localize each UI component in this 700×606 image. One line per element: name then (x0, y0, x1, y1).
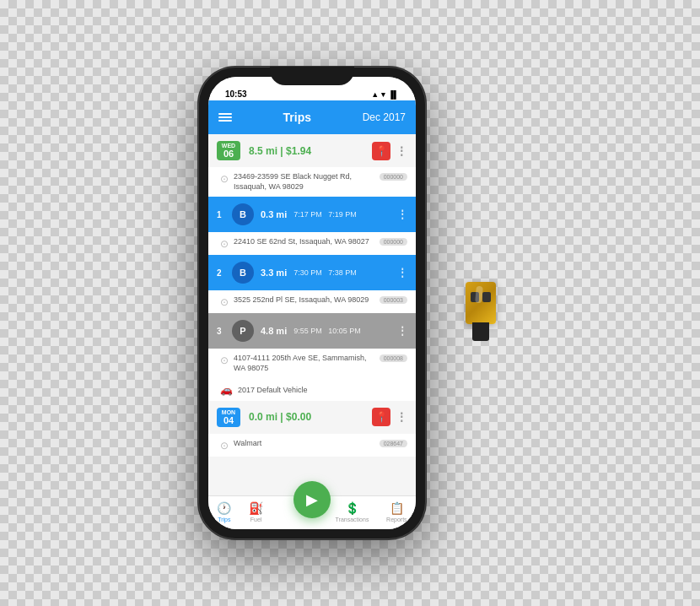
trip-row-3[interactable]: 3 P 4.8 mi 9:55 PM 10:05 PM ⋮ (208, 313, 416, 349)
location-pin-icon-4: ⊙ (220, 354, 229, 366)
day-num-mon: 04 (223, 415, 234, 425)
address-badge-4: 000008 (380, 354, 407, 362)
address-text-3: 3525 252nd Pl SE, Issaquah, WA 98029 (234, 295, 374, 306)
address-text-walmart: Walmart (234, 439, 374, 449)
location-pin-icon: ⊙ (220, 173, 229, 185)
wifi-icon: ▾ (381, 90, 385, 99)
day-section-mon: MON 04 0.0 mi | $0.00 📍 ⋮ ⊙ (208, 401, 416, 457)
notch (270, 67, 354, 85)
location-pin-icon-5: ⊙ (220, 440, 229, 452)
address-badge-walmart: 028647 (380, 440, 407, 447)
day-badge-mon: MON 04 (217, 408, 240, 427)
day2-summary: 0.0 mi | $0.00 (249, 411, 363, 423)
trip-num-1: 1 (217, 210, 225, 219)
trip-num-3: 3 (217, 327, 225, 336)
header-date: Dec 2017 (363, 111, 406, 123)
trip-more-3[interactable]: ⋮ (397, 325, 407, 337)
hamburger-menu[interactable] (218, 113, 232, 122)
trip-info-2: 3.3 mi 7:30 PM 7:38 PM (261, 268, 390, 278)
trip-avatar-3: P (232, 320, 254, 342)
day-header-wed: WED 06 8.5 mi | $1.94 📍 ⋮ (208, 134, 416, 167)
location-pin-icon-3: ⊙ (220, 296, 229, 308)
day-summary: 8.5 mi | $1.94 (249, 145, 363, 157)
address-text-2: 22410 SE 62nd St, Issaquah, WA 98027 (234, 237, 374, 247)
nav-reports[interactable]: 📋 Reports (386, 501, 407, 522)
map-icon[interactable]: 📍 (372, 142, 390, 160)
day-header-mon: MON 04 0.0 mi | $0.00 📍 ⋮ (208, 401, 416, 434)
dongle-body (466, 282, 496, 324)
address-badge-1: 000000 (380, 173, 407, 181)
nav-fuel[interactable]: ⛽ Fuel (249, 501, 263, 522)
nav-transactions-label: Transactions (336, 517, 369, 522)
trip-times-1: 7:17 PM 7:19 PM (293, 210, 357, 219)
trip-times-2: 7:30 PM 7:38 PM (293, 268, 357, 277)
address-row-1: ⊙ 23469-23599 SE Black Nugget Rd, Issaqu… (208, 167, 416, 197)
nav-reports-label: Reports (386, 517, 407, 522)
dongle-connector (472, 322, 489, 341)
trip-distance-1: 0.3 mi (261, 209, 287, 219)
trip-row-1[interactable]: 1 B 0.3 mi 7:17 PM 7:19 PM ⋮ (208, 197, 416, 232)
trip-distance-3: 4.8 mi (261, 326, 287, 336)
car-icon: 🚗 (220, 384, 233, 396)
day-num: 06 (223, 149, 234, 159)
trip-more-2[interactable]: ⋮ (397, 267, 407, 279)
bottom-nav: 🕐 Trips ⛽ Fuel ▶ 💲 Transactions 📋 Report… (208, 495, 416, 529)
trip-info-1: 0.3 mi 7:17 PM 7:19 PM (261, 209, 390, 219)
day-miles: 8.5 mi | $1.94 (249, 145, 311, 157)
day-badge-wed: WED 06 (217, 141, 240, 160)
vehicle-row: 🚗 2017 Default Vehicle (208, 379, 416, 401)
day-name: WED (222, 143, 235, 149)
trip-info-3: 4.8 mi 9:55 PM 10:05 PM (261, 326, 390, 336)
usb-dongle (460, 282, 502, 341)
trip-avatar-1: B (232, 203, 254, 225)
day2-header-icons: 📍 ⋮ (372, 408, 407, 426)
more-dots-2[interactable]: ⋮ (396, 410, 407, 424)
nav-fuel-label: Fuel (250, 517, 262, 522)
day-section-wed: WED 06 8.5 mi | $1.94 📍 ⋮ ⊙ (208, 134, 416, 401)
dongle-shine (475, 286, 483, 304)
header-title: Trips (283, 111, 311, 124)
trip-more-1[interactable]: ⋮ (397, 208, 407, 220)
battery-icon: ▐▌ (388, 90, 399, 99)
trip-row-2[interactable]: 2 B 3.3 mi 7:30 PM 7:38 PM ⋮ (208, 255, 416, 290)
transactions-icon: 💲 (345, 501, 359, 515)
nav-transactions[interactable]: 💲 Transactions (336, 501, 369, 522)
trips-icon: 🕐 (217, 501, 231, 515)
scroll-content: WED 06 8.5 mi | $1.94 📍 ⋮ ⊙ (208, 134, 416, 495)
address-row-3: ⊙ 3525 252nd Pl SE, Issaquah, WA 98029 0… (208, 290, 416, 313)
phone-screen: 10:53 ▲ ▾ ▐▌ Trips Dec 2017 (208, 77, 416, 529)
app-header: Trips Dec 2017 (208, 100, 416, 134)
trip-distance-2: 3.3 mi (261, 268, 287, 278)
fuel-icon: ⛽ (249, 501, 263, 515)
phone-shell: 10:53 ▲ ▾ ▐▌ Trips Dec 2017 (198, 67, 426, 539)
address-text-1: 23469-23599 SE Black Nugget Rd, Issaquah… (234, 172, 374, 192)
address-badge-2: 000000 (380, 238, 407, 246)
address-text-4: 4107-4111 205th Ave SE, Sammamish, WA 98… (234, 354, 374, 373)
signal-icon: ▲ (371, 90, 379, 99)
location-pin-icon-2: ⊙ (220, 238, 229, 250)
nav-trips[interactable]: 🕐 Trips (217, 501, 231, 522)
reports-icon: 📋 (390, 501, 404, 515)
day-name-mon: MON (222, 409, 235, 415)
address-row-2: ⊙ 22410 SE 62nd St, Issaquah, WA 98027 0… (208, 232, 416, 255)
address-row-4: ⊙ 4107-4111 205th Ave SE, Sammamish, WA … (208, 349, 416, 378)
play-button[interactable]: ▶ (293, 481, 331, 518)
status-icons: ▲ ▾ ▐▌ (371, 90, 399, 99)
trip-num-2: 2 (217, 268, 225, 278)
day-header-icons: 📍 ⋮ (372, 142, 407, 160)
day2-miles: 0.0 mi | $0.00 (249, 411, 311, 423)
map-icon-2[interactable]: 📍 (372, 408, 390, 426)
address-row-walmart: ⊙ Walmart 028647 (208, 434, 416, 457)
scene: 10:53 ▲ ▾ ▐▌ Trips Dec 2017 (198, 67, 502, 539)
status-time: 10:53 (225, 89, 247, 99)
vehicle-text: 2017 Default Vehicle (238, 386, 308, 394)
address-badge-3: 000003 (380, 296, 407, 304)
more-dots[interactable]: ⋮ (396, 144, 407, 158)
trip-times-3: 9:55 PM 10:05 PM (293, 327, 361, 335)
nav-trips-label: Trips (218, 517, 230, 522)
trip-avatar-2: B (232, 262, 254, 284)
